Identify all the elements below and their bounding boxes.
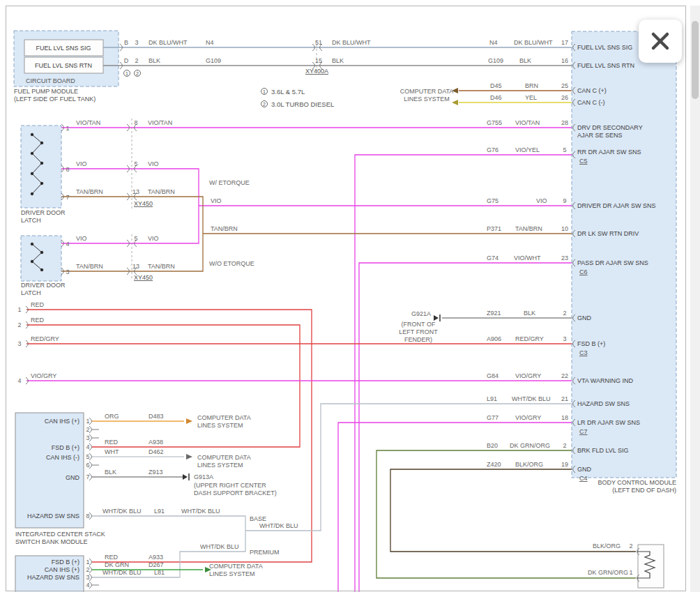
diagram-label: LINES SYSTEM — [209, 570, 255, 577]
diagram-label: D45 — [490, 82, 502, 89]
diagram-label: RED — [105, 554, 119, 561]
footnote-markers: 1212 — [124, 70, 268, 107]
diagram-label: 2 — [629, 542, 632, 549]
diagram-label: 4 — [17, 377, 21, 384]
diagram-label: BLK — [519, 57, 531, 64]
diagram-label: 9 — [563, 197, 566, 204]
diagram-label: A933 — [149, 554, 163, 561]
diagram-label: HAZARD SW SNS — [577, 400, 630, 407]
diagram-label: G75 — [487, 197, 499, 204]
diagram-label: LR DR AJAR SW SNS — [577, 419, 640, 426]
diagram-label: BLK — [105, 469, 116, 476]
diagram-label: 4 — [86, 443, 89, 450]
diagram-label: C5 — [579, 158, 588, 165]
diagram-label: TAN/BRN — [515, 225, 542, 232]
ground-icon — [183, 474, 188, 480]
connector-arcs — [26, 44, 639, 589]
diagram-label: VIO/TAN — [148, 119, 172, 126]
diagram-label: G109 — [206, 57, 221, 64]
diagram-label: 5 — [86, 453, 89, 460]
diagram-label: G755 — [487, 119, 502, 126]
diagram-label: 8 — [134, 119, 137, 126]
diagram-label: VIO/TAN — [76, 119, 100, 126]
diagram-label: CAN IHS (+) — [45, 418, 79, 425]
diagram-label: BRK FLD LVL SIG — [577, 447, 629, 454]
diagram-label: 7 — [66, 194, 69, 201]
diagram-label: Z913 — [149, 469, 163, 476]
diagram-label: (FRONT OF — [402, 321, 436, 328]
diagram-label: BASE — [250, 515, 266, 522]
diagram-label: INTEGRATED CENTER STACK — [15, 531, 105, 538]
diagram-label: BLK — [524, 310, 535, 317]
diagram-label: XY450 — [134, 200, 153, 207]
diagram-label: W/O ETORQUE — [209, 260, 254, 267]
wire — [359, 263, 572, 592]
diagram-label: DR LK SW RTN DRIV — [577, 230, 639, 237]
diagram-label: D462 — [149, 448, 164, 455]
diagram-label: A906 — [487, 335, 501, 342]
diagram-label: G921A — [411, 310, 431, 317]
diagram-label: DRIVER DOOR — [21, 282, 66, 289]
wiring-diagram: 1212 FUEL LVL SNS SIGFUEL LVL SNS RTNCIR… — [0, 0, 700, 592]
scrollbar-track[interactable] — [690, 6, 700, 592]
diagram-label: 21 — [561, 395, 568, 402]
diagram-label: 8 — [86, 513, 89, 519]
diagram-label: COMPUTER DATA — [400, 88, 454, 95]
diagram-label: WHT/DK BLU — [512, 395, 551, 402]
diagram-label: G74 — [487, 255, 499, 261]
diagram-label: WHT/DK BLU — [102, 569, 142, 576]
diagram-label: GND — [66, 474, 80, 481]
diagram-label: WHT/DK BLU — [102, 508, 142, 515]
diagram-label: LINES SYSTEM — [197, 462, 243, 469]
close-button[interactable] — [639, 20, 682, 63]
diagram-label: VIO — [536, 197, 547, 204]
diagram-label: D — [124, 57, 129, 64]
diagram-label: N4 — [206, 39, 214, 46]
body-control-module-box — [572, 31, 676, 478]
diagram-label: D483 — [149, 413, 164, 420]
diagram-label: 2 — [563, 310, 566, 317]
diagram-label: W/ ETORQUE — [209, 179, 250, 186]
diagram-label: G84 — [487, 372, 499, 379]
diagram-label: 13 — [132, 188, 139, 195]
diagram-label: COMPUTER DATA — [197, 414, 251, 421]
diagram-label: FUEL LVL SNS RTN — [577, 62, 634, 69]
diagram-label: G109 — [488, 57, 503, 64]
diagram-label: BRN — [525, 82, 538, 89]
diagram-label: C7 — [579, 428, 588, 435]
diagram-label: VIO — [148, 160, 159, 167]
connector-arc — [89, 582, 92, 589]
diagram-label: P371 — [487, 225, 501, 232]
diagram-label: BODY CONTROL MODULE — [598, 479, 676, 486]
diagram-label: LINES SYSTEM — [197, 422, 243, 429]
diagram-label: D267 — [149, 561, 164, 568]
diagram-label: G913A — [194, 473, 213, 480]
diagram-label: (LEFT SIDE OF FUEL TANK) — [14, 96, 96, 103]
diagram-label: VTA WARNING IND — [577, 377, 634, 384]
diagram-label: GND — [577, 314, 592, 321]
diagram-label: HAZARD SW SNS — [27, 513, 79, 519]
diagram-label: 51 — [315, 39, 322, 46]
driver-door-latch-1-box — [21, 126, 61, 208]
diagram-label: 5 — [563, 146, 566, 153]
diagram-label: DK GRN — [105, 561, 129, 568]
diagram-label: 5 — [134, 235, 137, 242]
diagram-label: FUEL LVL SNS RTN — [35, 62, 92, 69]
scrollbar-thumb[interactable] — [692, 21, 699, 99]
diagram-label: BLK/ORG — [593, 542, 621, 549]
diagram-label: 16 — [561, 57, 568, 64]
diagram-label: 1 — [86, 418, 89, 425]
diagram-label: VIO/GRY — [515, 372, 541, 379]
diagram-label: FSD B (+) — [577, 340, 605, 347]
diagram-label: Z921 — [487, 310, 501, 317]
diagram-label: SWITCH BANK MODULE — [15, 538, 88, 545]
diagram-label: TAN/BRN — [148, 263, 175, 270]
diagram-label: HAZARD SW SNS — [27, 574, 79, 581]
diagram-label: PREMIUM — [250, 549, 280, 556]
diagram-label: 10 — [561, 225, 568, 232]
diagram-label: 18 — [561, 414, 568, 421]
diagram-label: WHT — [105, 448, 119, 455]
diagram-label: RR DR AJAR SW SNS — [577, 149, 641, 155]
connector-arc — [89, 443, 92, 450]
diagram-label: WHT/DK BLU — [181, 508, 220, 515]
